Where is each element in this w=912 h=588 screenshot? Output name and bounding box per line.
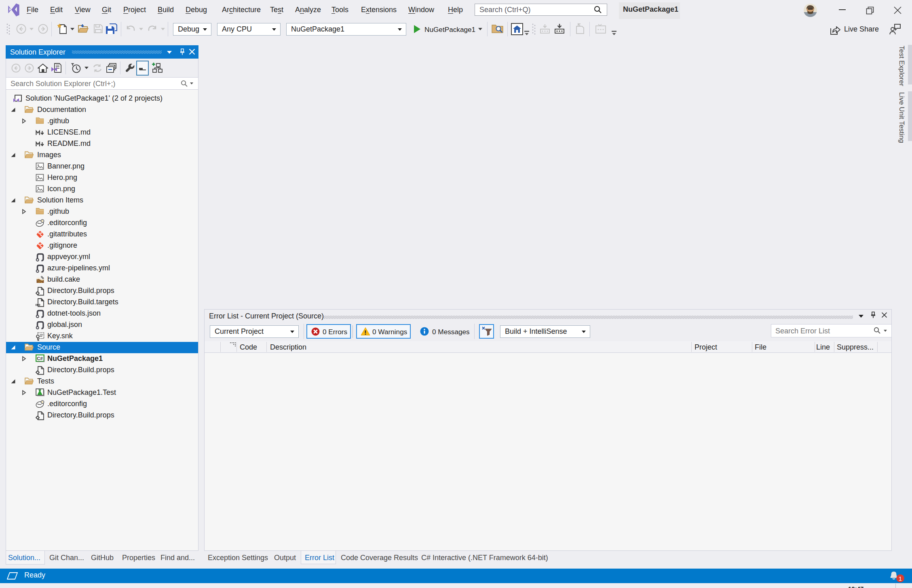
svg-text:1: 1: [899, 575, 902, 582]
svg-text:C#: C#: [37, 356, 43, 361]
